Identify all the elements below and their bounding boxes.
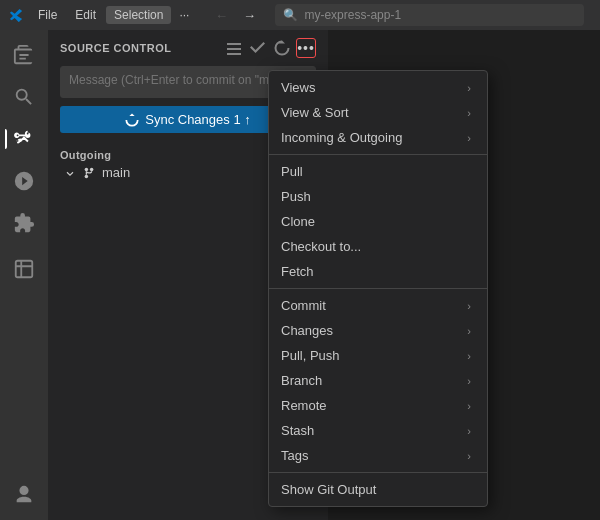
chevron-icon: › (467, 325, 471, 337)
menu-divider-1 (269, 154, 487, 155)
menu-item-pull[interactable]: Pull (269, 159, 487, 184)
menu-item-pull-push[interactable]: Pull, Push › (269, 343, 487, 368)
title-bar: File Edit Selection ··· ← → 🔍 my-express… (0, 0, 600, 30)
refresh-button[interactable] (272, 38, 292, 58)
nav-back-button[interactable]: ← (209, 5, 233, 25)
chevron-icon: › (467, 450, 471, 462)
dropdown-menu: Views › View & Sort › Incoming & Outgoin… (268, 70, 488, 507)
svg-point-1 (85, 174, 89, 178)
chevron-icon: › (467, 375, 471, 387)
branch-expand-icon (64, 167, 76, 179)
menu-more[interactable]: ··· (173, 6, 195, 24)
sc-header-icons: ••• (224, 38, 316, 58)
activity-explorer[interactable] (7, 38, 41, 72)
branch-name: main (102, 165, 130, 180)
activity-source-control[interactable] (7, 122, 41, 156)
svg-point-0 (85, 167, 89, 171)
menu-item-show-git-output[interactable]: Show Git Output (269, 477, 487, 502)
menu-divider-2 (269, 288, 487, 289)
menu-item-checkout[interactable]: Checkout to... (269, 234, 487, 259)
menu-item-incoming-outgoing[interactable]: Incoming & Outgoing › (269, 125, 487, 150)
nav-controls: ← → (209, 5, 261, 25)
chevron-icon: › (467, 82, 471, 94)
activity-extensions[interactable] (7, 206, 41, 240)
chevron-icon: › (467, 350, 471, 362)
chevron-icon: › (467, 107, 471, 119)
menu-selection[interactable]: Selection (106, 6, 171, 24)
search-text: my-express-app-1 (304, 8, 401, 22)
sc-header: SOURCE CONTROL ••• (48, 30, 328, 66)
branch-icon (82, 166, 96, 180)
sc-title: SOURCE CONTROL (60, 42, 216, 54)
sync-icon (125, 113, 139, 127)
source-control-panel: SOURCE CONTROL ••• Sync Changes (48, 30, 328, 520)
menu-item-clone[interactable]: Clone (269, 209, 487, 234)
menu-item-push[interactable]: Push (269, 184, 487, 209)
activity-accounts[interactable] (7, 478, 41, 512)
menu-item-changes[interactable]: Changes › (269, 318, 487, 343)
activity-bar (0, 30, 48, 520)
commit-check-button[interactable] (248, 38, 268, 58)
menu-bar: File Edit Selection ··· (30, 6, 195, 24)
menu-divider-3 (269, 472, 487, 473)
menu-item-views[interactable]: Views › (269, 75, 487, 100)
svg-point-2 (90, 167, 94, 171)
menu-item-branch[interactable]: Branch › (269, 368, 487, 393)
menu-item-remote[interactable]: Remote › (269, 393, 487, 418)
more-actions-button[interactable]: ••• (296, 38, 316, 58)
main-area: SOURCE CONTROL ••• Sync Changes (0, 30, 600, 520)
menu-item-fetch[interactable]: Fetch (269, 259, 487, 284)
chevron-icon: › (467, 400, 471, 412)
search-icon: 🔍 (283, 8, 298, 22)
menu-item-stash[interactable]: Stash › (269, 418, 487, 443)
app-icon (8, 7, 24, 23)
list-view-button[interactable] (224, 38, 244, 58)
menu-item-view-sort[interactable]: View & Sort › (269, 100, 487, 125)
menu-item-tags[interactable]: Tags › (269, 443, 487, 468)
sync-button-label: Sync Changes 1 ↑ (145, 112, 251, 127)
chevron-icon: › (467, 132, 471, 144)
chevron-icon: › (467, 425, 471, 437)
menu-edit[interactable]: Edit (67, 6, 104, 24)
menu-file[interactable]: File (30, 6, 65, 24)
search-bar[interactable]: 🔍 my-express-app-1 (275, 4, 584, 26)
activity-remote[interactable] (7, 252, 41, 286)
menu-item-commit[interactable]: Commit › (269, 293, 487, 318)
activity-run-debug[interactable] (7, 164, 41, 198)
chevron-icon: › (467, 300, 471, 312)
activity-search[interactable] (7, 80, 41, 114)
nav-forward-button[interactable]: → (237, 5, 261, 25)
